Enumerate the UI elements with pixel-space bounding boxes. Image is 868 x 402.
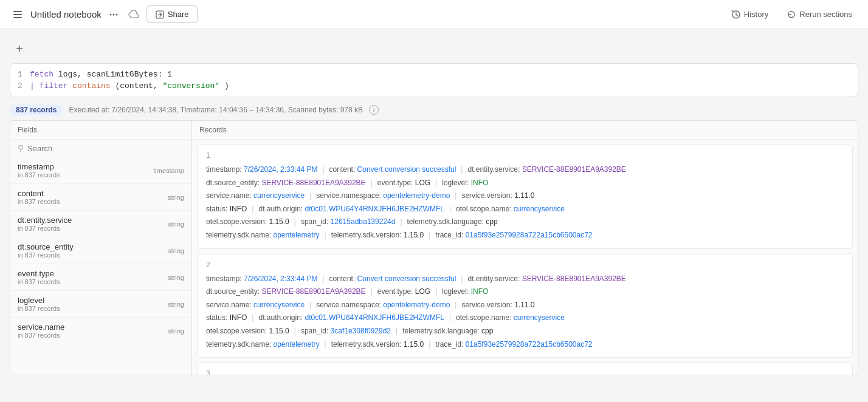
field-type: string [168,274,184,281]
rerun-button[interactable]: Rerun sections [780,6,858,23]
pipe-operator: | [30,81,40,90]
svg-point-5 [115,13,117,15]
field-sub: in 837 records [18,332,64,339]
field-item[interactable]: service.name in 837 records string [10,318,191,344]
main-content: + 1 fetch logs, scanLimitGBytes: 1 2 | f… [0,29,868,385]
record-line: telemetry.sdk.name: opentelemetry|teleme… [206,229,844,242]
svg-point-3 [109,13,111,15]
rerun-label: Rerun sections [799,10,852,19]
rerun-icon [787,10,796,19]
record-line: dt.source_entity: SERVICE-88E8901EA9A392… [206,285,844,299]
field-type: string [168,220,184,228]
content-area: Fields ⚲ timestamp in 837 records timest… [10,120,858,375]
search-box: ⚲ [10,140,191,157]
record-number: 2 [206,261,844,269]
record-card: 3timestamp: 7/26/2024, 2:33:44 PM|conten… [197,363,853,375]
cloud-icon [128,9,139,20]
field-sub: in 837 records [18,305,60,312]
topbar: Untitled notebook Share [0,0,868,29]
field-item[interactable]: timestamp in 837 records timestamp [10,157,191,184]
records-badge: 837 records [10,104,63,115]
code-cell: 1 fetch logs, scanLimitGBytes: 1 2 | fil… [10,63,858,97]
record-line: service.name: currencyservice|service.na… [206,189,844,203]
notebook-title: Untitled notebook [30,9,102,19]
record-line: timestamp: 7/26/2024, 2:33:44 PM|content… [206,273,844,286]
records-panel: Records 1timestamp: 7/26/2024, 2:33:44 P… [192,120,858,375]
string-conversion: "conversion" [162,81,219,90]
code-line-2: 2 | filter contains (content, "conversio… [10,80,858,92]
fields-list: timestamp in 837 records timestamp conte… [10,157,191,375]
field-name: content [18,189,60,198]
records-list: 1timestamp: 7/26/2024, 2:33:44 PM|conten… [192,140,858,375]
record-number: 1 [206,151,844,160]
record-line: status: INFO|dt.auth.origin: dt0c01.WPU6… [206,312,844,325]
field-type: string [168,327,184,335]
record-line: service.name: currencyservice|service.na… [206,299,844,312]
field-type: string [168,301,184,308]
record-line: otel.scope.version: 1.15.0|span_id: 3caf… [206,325,844,338]
record-card: 1timestamp: 7/26/2024, 2:33:44 PM|conten… [197,145,853,249]
record-line: otel.scope.version: 1.15.0|span_id: 1261… [206,216,844,229]
field-item[interactable]: content in 837 records string [10,184,191,211]
sidebar-toggle-button[interactable] [10,7,26,22]
line-number-2: 2 [18,81,30,90]
record-line: dt.source_entity: SERVICE-88E8901EA9A392… [206,177,844,190]
svg-point-4 [112,13,114,15]
field-sub: in 837 records [18,251,74,259]
share-icon [156,10,164,19]
topbar-left: Untitled notebook Share [10,5,198,23]
svg-rect-1 [13,14,22,15]
field-sub: in 837 records [18,225,72,232]
field-sub: in 837 records [18,171,60,179]
history-button[interactable]: History [725,6,774,23]
svg-rect-2 [13,17,22,18]
add-cell-button[interactable]: + [10,39,29,58]
keyword-filter: filter [40,81,68,90]
fields-panel: Fields ⚲ timestamp in 837 records timest… [10,120,192,375]
field-sub: in 837 records [18,278,60,285]
record-line: telemetry.sdk.name: opentelemetry|teleme… [206,338,844,352]
field-name: event.type [18,269,60,278]
field-name: loglevel [18,296,60,305]
record-card: 2timestamp: 7/26/2024, 2:33:44 PM|conten… [197,254,853,358]
record-line: status: INFO|dt.auth.origin: dt0c01.WPU6… [206,203,844,216]
field-name: dt.source_entity [18,242,74,251]
field-sub: in 837 records [18,198,60,205]
cloud-sync-button[interactable] [126,7,142,22]
exec-info: Executed at: 7/26/2024, 14:34:38, Timefr… [69,106,363,114]
field-item[interactable]: loglevel in 837 records string [10,291,191,318]
sidebar-icon [12,9,23,20]
records-header: Records [192,121,858,140]
code-text-1: fetch logs, scanLimitGBytes: 1 [30,70,172,79]
record-line: timestamp: 7/26/2024, 2:33:44 PM|content… [206,163,844,177]
field-item[interactable]: dt.source_entity in 837 records string [10,237,191,264]
code-text-2: | filter contains (content, "conversion"… [30,81,229,90]
results-bar: 837 records Executed at: 7/26/2024, 14:3… [10,104,858,115]
line-number-1: 1 [18,70,30,79]
field-item[interactable]: event.type in 837 records string [10,264,191,291]
history-icon [731,10,741,19]
share-label: Share [168,10,189,19]
svg-rect-0 [13,11,22,12]
field-name: timestamp [18,162,60,171]
keyword-fetch: fetch [30,70,53,79]
field-item[interactable]: dt.entity.service in 837 records string [10,211,191,237]
field-type: string [168,194,184,201]
more-options-button[interactable] [106,7,121,22]
code-lines: 1 fetch logs, scanLimitGBytes: 1 2 | fil… [10,64,858,97]
function-contains: contains [72,81,110,90]
field-type: timestamp [153,167,184,174]
share-button[interactable]: Share [146,5,198,23]
history-label: History [744,10,768,19]
field-name: service.name [18,322,64,332]
field-name: dt.entity.service [18,216,72,225]
search-input[interactable] [27,144,184,153]
field-type: string [168,247,184,254]
search-icon: ⚲ [18,143,24,153]
fields-header: Fields [10,121,191,140]
info-icon[interactable]: i [369,105,379,115]
ellipsis-icon [109,10,119,19]
code-line-1: 1 fetch logs, scanLimitGBytes: 1 [10,69,858,80]
topbar-right: History Rerun sections [725,6,858,23]
record-number: 3 [206,369,844,375]
